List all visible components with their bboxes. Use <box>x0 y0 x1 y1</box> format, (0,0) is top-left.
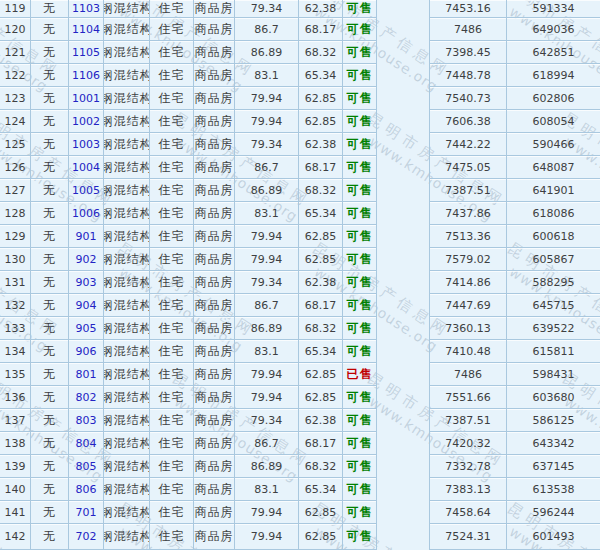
room-number-link[interactable]: 802 <box>69 386 104 409</box>
structure-cell: 钢混结构 <box>104 110 150 133</box>
table-row: 125 无 1003 钢混结构 住宅 商品房 79.34 62.38 可售 74… <box>0 133 600 156</box>
room-number-link[interactable]: 1004 <box>69 156 104 179</box>
room-number-link[interactable]: 1103 <box>69 0 104 18</box>
unit-price-cell: 7383.13 <box>430 478 507 501</box>
mortgage-mark-cell: 无 <box>31 363 69 386</box>
build-area-cell: 86.7 <box>235 156 299 179</box>
mortgage-mark-cell: 无 <box>31 294 69 317</box>
total-amount-cell: 601493 <box>507 524 600 550</box>
room-number-link[interactable]: 806 <box>69 478 104 501</box>
mortgage-mark-cell: 无 <box>31 64 69 87</box>
status-badge: 可售 <box>343 248 377 271</box>
room-number-link[interactable]: 801 <box>69 363 104 386</box>
category-cell: 商品房 <box>194 478 235 501</box>
room-number-link[interactable]: 804 <box>69 432 104 455</box>
room-number-link[interactable]: 904 <box>69 294 104 317</box>
total-amount-cell: 639522 <box>507 317 600 340</box>
room-number-link[interactable]: 902 <box>69 248 104 271</box>
structure-cell: 钢混结构 <box>104 478 150 501</box>
usage-cell: 住宅 <box>150 363 194 386</box>
category-cell: 商品房 <box>194 455 235 478</box>
table-row: 133 无 905 钢混结构 住宅 商品房 86.89 68.32 可售 736… <box>0 317 600 340</box>
row-number: 121 <box>0 41 31 64</box>
status-badge: 可售 <box>343 455 377 478</box>
empty-cell <box>377 501 430 524</box>
room-number-link[interactable]: 1105 <box>69 41 104 64</box>
unit-price-cell: 7606.38 <box>430 110 507 133</box>
room-number-link[interactable]: 903 <box>69 271 104 294</box>
unit-price-cell: 7332.78 <box>430 455 507 478</box>
room-number-link[interactable]: 702 <box>69 524 104 550</box>
room-number-link[interactable]: 803 <box>69 409 104 432</box>
structure-cell: 钢混结构 <box>104 432 150 455</box>
row-number: 139 <box>0 455 31 478</box>
table-row: 134 无 906 钢混结构 住宅 商品房 83.1 65.34 可售 7410… <box>0 340 600 363</box>
structure-cell: 钢混结构 <box>104 18 150 41</box>
usage-cell: 住宅 <box>150 478 194 501</box>
empty-cell <box>377 18 430 41</box>
room-number-link[interactable]: 901 <box>69 225 104 248</box>
usage-cell: 住宅 <box>150 501 194 524</box>
inner-area-cell: 65.34 <box>299 202 343 225</box>
room-number-link[interactable]: 1003 <box>69 133 104 156</box>
usage-cell: 住宅 <box>150 202 194 225</box>
row-number: 128 <box>0 202 31 225</box>
total-amount-cell: 648087 <box>507 156 600 179</box>
mortgage-mark-cell: 无 <box>31 317 69 340</box>
total-amount-cell: 586125 <box>507 409 600 432</box>
status-badge: 可售 <box>343 0 377 18</box>
table-row: 132 无 904 钢混结构 住宅 商品房 86.7 68.17 可售 7447… <box>0 294 600 317</box>
total-amount-cell: 598431 <box>507 363 600 386</box>
usage-cell: 住宅 <box>150 156 194 179</box>
table-row: 124 无 1002 钢混结构 住宅 商品房 79.94 62.85 可售 76… <box>0 110 600 133</box>
empty-cell <box>377 409 430 432</box>
structure-cell: 钢混结构 <box>104 225 150 248</box>
table-row: 119 无 1103 钢混结构 住宅 商品房 79.34 62.38 可售 74… <box>0 0 600 18</box>
row-number: 120 <box>0 18 31 41</box>
total-amount-cell: 618994 <box>507 64 600 87</box>
empty-cell <box>377 386 430 409</box>
empty-cell <box>377 202 430 225</box>
unit-price-cell: 7420.32 <box>430 432 507 455</box>
structure-cell: 钢混结构 <box>104 317 150 340</box>
room-number-link[interactable]: 1006 <box>69 202 104 225</box>
room-number-link[interactable]: 805 <box>69 455 104 478</box>
room-number-link[interactable]: 1005 <box>69 179 104 202</box>
unit-price-cell: 7387.51 <box>430 179 507 202</box>
usage-cell: 住宅 <box>150 455 194 478</box>
inner-area-cell: 62.38 <box>299 409 343 432</box>
mortgage-mark-cell: 无 <box>31 133 69 156</box>
room-number-link[interactable]: 701 <box>69 501 104 524</box>
build-area-cell: 86.89 <box>235 317 299 340</box>
room-number-link[interactable]: 1002 <box>69 110 104 133</box>
build-area-cell: 79.34 <box>235 271 299 294</box>
empty-cell <box>377 524 430 550</box>
row-number: 134 <box>0 340 31 363</box>
status-badge: 可售 <box>343 501 377 524</box>
mortgage-mark-cell: 无 <box>31 156 69 179</box>
structure-cell: 钢混结构 <box>104 363 150 386</box>
mortgage-mark-cell: 无 <box>31 202 69 225</box>
inner-area-cell: 68.32 <box>299 41 343 64</box>
build-area-cell: 79.34 <box>235 409 299 432</box>
room-number-link[interactable]: 1104 <box>69 18 104 41</box>
row-number: 125 <box>0 133 31 156</box>
row-number: 133 <box>0 317 31 340</box>
room-number-link[interactable]: 905 <box>69 317 104 340</box>
total-amount-cell: 643342 <box>507 432 600 455</box>
room-number-link[interactable]: 1001 <box>69 87 104 110</box>
room-number-link[interactable]: 906 <box>69 340 104 363</box>
room-number-link[interactable]: 1106 <box>69 64 104 87</box>
total-amount-cell: 590466 <box>507 133 600 156</box>
inner-area-cell: 62.85 <box>299 110 343 133</box>
build-area-cell: 79.34 <box>235 133 299 156</box>
build-area-cell: 86.89 <box>235 179 299 202</box>
mortgage-mark-cell: 无 <box>31 271 69 294</box>
table-row: 136 无 802 钢混结构 住宅 商品房 79.94 62.85 可售 755… <box>0 386 600 409</box>
build-area-cell: 86.7 <box>235 294 299 317</box>
inner-area-cell: 62.38 <box>299 271 343 294</box>
empty-cell <box>377 317 430 340</box>
empty-cell <box>377 110 430 133</box>
unit-price-cell: 7486 <box>430 363 507 386</box>
build-area-cell: 79.94 <box>235 87 299 110</box>
